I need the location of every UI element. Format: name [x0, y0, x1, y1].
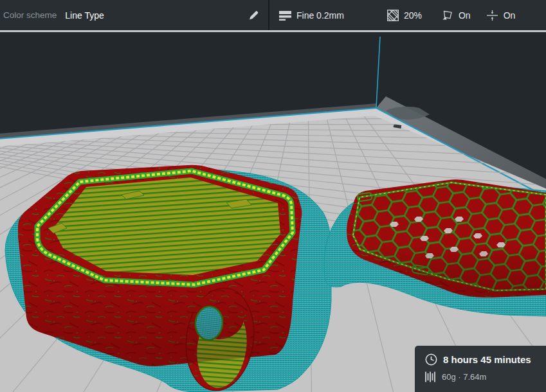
infill-icon — [387, 10, 399, 21]
print-stats-panel: 8 hours 45 minutes 60g · 7.64m — [415, 346, 546, 392]
support-value: On — [459, 10, 471, 21]
infill-value: 20% — [404, 10, 422, 21]
edit-color-scheme-button[interactable] — [248, 10, 259, 21]
color-scheme-value: Line Type — [65, 10, 104, 21]
layer-height-value: Fine 0.2mm — [296, 10, 344, 21]
viewport-3d[interactable] — [0, 32, 546, 392]
setting-layer-height[interactable]: Fine 0.2mm — [279, 10, 344, 21]
setting-infill[interactable]: 20% — [387, 10, 422, 21]
material-usage: 60g · 7.64m — [442, 372, 486, 382]
color-scheme-label: Color scheme — [3, 10, 57, 20]
support-icon — [441, 10, 453, 21]
print-settings-summary: Fine 0.2mm 20% On — [269, 0, 546, 30]
clock-icon — [425, 353, 437, 366]
toolbar-separator — [0, 30, 546, 32]
setting-support[interactable]: On — [441, 10, 471, 21]
color-scheme-dropdown[interactable]: Line Type — [65, 10, 104, 21]
print-time-estimate: 8 hours 45 minutes — [443, 354, 531, 365]
pencil-icon — [248, 10, 259, 21]
layer-height-icon — [279, 10, 291, 21]
preview-toolbar: Color scheme Line Type Fine 0.2mm — [0, 0, 546, 30]
adhesion-value: On — [504, 10, 516, 21]
setting-adhesion[interactable]: On — [486, 10, 516, 21]
color-scheme-section: Color scheme Line Type — [0, 0, 268, 30]
adhesion-icon — [486, 10, 498, 21]
filament-icon — [425, 371, 435, 382]
